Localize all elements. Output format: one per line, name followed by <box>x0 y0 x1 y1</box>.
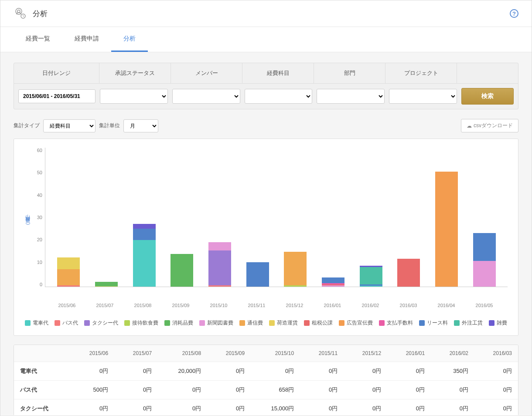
bar-stack[interactable] <box>397 259 420 287</box>
tab-expense-request[interactable]: 経費申請 <box>62 27 111 52</box>
account-select[interactable] <box>245 89 313 104</box>
table-row-label: タクシー代 <box>14 399 71 416</box>
legend-label: タクシー代 <box>92 319 118 327</box>
bar-segment <box>322 285 344 287</box>
bar-group <box>163 148 201 287</box>
y-tick: 30 <box>33 215 42 220</box>
legend-item[interactable]: 接待飲食費 <box>124 319 158 327</box>
filter-label-project: プロジェクト <box>385 63 457 83</box>
filter-label-date: 日付レンジ <box>14 63 99 83</box>
y-tick: 10 <box>33 260 42 265</box>
bar-stack[interactable] <box>133 224 156 287</box>
analysis-icon <box>14 7 27 20</box>
legend-item[interactable]: 新聞図書費 <box>199 319 233 327</box>
legend-item[interactable]: タクシー代 <box>84 319 118 327</box>
chart-panel: 経費 (千円) 6050403020100 2015/062015/072015… <box>14 139 518 336</box>
data-table: 2015/062015/072015/082015/092015/102015/… <box>14 345 518 415</box>
table-cell: 0円 <box>387 399 431 416</box>
legend-label: 租税公課 <box>312 319 333 327</box>
legend-label: 荷造運賃 <box>277 319 298 327</box>
bar-stack[interactable] <box>322 277 344 287</box>
chart-plot <box>45 148 508 287</box>
legend-item[interactable]: バス代 <box>55 319 78 327</box>
agg-type-label: 集計タイプ <box>14 122 40 129</box>
help-icon[interactable]: ? <box>510 9 518 18</box>
bar-stack[interactable] <box>284 252 307 287</box>
bar-stack[interactable] <box>171 254 193 287</box>
bar-stack[interactable] <box>57 257 80 287</box>
bar-segment <box>360 286 382 287</box>
csv-download-button[interactable]: ☁ csvダウンロード <box>461 119 518 132</box>
table-row: バス代500円0円0円0円658円0円0円0円0円0円 <box>14 381 518 399</box>
x-axis-label: 2015/12 <box>276 300 314 308</box>
bar-segment <box>246 262 269 287</box>
legend-item[interactable]: 支払手数料 <box>379 319 413 327</box>
dept-select[interactable] <box>317 89 385 104</box>
legend-item[interactable]: リース料 <box>419 319 448 327</box>
bar-stack[interactable] <box>95 282 118 287</box>
bar-group <box>50 148 88 287</box>
date-range-input[interactable] <box>18 89 95 103</box>
filter-panel: 日付レンジ 承認ステータス メンバー 経費科目 部門 プロジェクト 検索 <box>14 63 518 109</box>
search-button[interactable]: 検索 <box>461 88 514 105</box>
legend-label: 広告宣伝費 <box>347 319 373 327</box>
legend-swatch <box>489 320 494 326</box>
bar-stack[interactable] <box>208 242 231 287</box>
legend-swatch <box>55 320 60 326</box>
filter-header: 日付レンジ 承認ステータス メンバー 経費科目 部門 プロジェクト <box>14 63 518 84</box>
y-tick: 0 <box>33 282 42 287</box>
x-axis-label: 2015/07 <box>86 300 124 308</box>
bar-segment <box>473 261 496 287</box>
status-select[interactable] <box>100 89 168 104</box>
bar-stack[interactable] <box>435 172 458 287</box>
svg-point-1 <box>17 10 20 13</box>
bar-stack[interactable] <box>473 233 496 287</box>
table-header-cell: 2016/01 <box>387 345 431 362</box>
x-axis-label: 2015/11 <box>238 300 276 308</box>
bar-segment <box>95 282 118 286</box>
page-title: 分析 <box>33 9 48 19</box>
table-cell: 0円 <box>300 362 344 381</box>
table-row-label: 電車代 <box>14 362 71 381</box>
table-header-cell: 2015/09 <box>207 345 251 362</box>
legend-item[interactable]: 通信費 <box>239 319 263 327</box>
legend-item[interactable]: 雑費 <box>489 319 507 327</box>
page-header: 分析 ? <box>0 0 532 27</box>
table-header-cell: 2015/07 <box>114 345 158 362</box>
legend-item[interactable]: 広告宣伝費 <box>339 319 373 327</box>
content-area: 日付レンジ 承認ステータス メンバー 経費科目 部門 プロジェクト 検索 集計タ… <box>0 52 532 415</box>
x-axis-labels: 2015/062015/072015/082015/092015/102015/… <box>44 300 508 308</box>
table-cell: 0円 <box>207 362 251 381</box>
x-axis-label: 2015/06 <box>48 300 86 308</box>
y-tick: 60 <box>33 148 42 153</box>
legend-item[interactable]: 消耗品費 <box>164 319 193 327</box>
table-row: タクシー代0円0円0円0円15,000円0円0円0円0円0円 <box>14 399 518 416</box>
table-header-cell: 2015/12 <box>344 345 387 362</box>
table-cell: 0円 <box>344 362 387 381</box>
legend-label: 通信費 <box>247 319 263 327</box>
table-header-cell: 2015/10 <box>251 345 300 362</box>
y-tick: 20 <box>33 237 42 242</box>
project-select[interactable] <box>389 89 457 104</box>
agg-type-select[interactable]: 経費科目 <box>43 119 95 132</box>
y-tick: 40 <box>33 193 42 198</box>
table-header-cell: 2016/02 <box>431 345 474 362</box>
bar-group <box>276 148 314 287</box>
table-cell: 0円 <box>114 362 158 381</box>
tab-analysis[interactable]: 分析 <box>111 27 148 52</box>
legend-item[interactable]: 租税公課 <box>304 319 333 327</box>
table-cell: 0円 <box>474 362 518 381</box>
bar-group <box>352 148 390 287</box>
table-cell: 0円 <box>474 399 518 416</box>
agg-unit-select[interactable]: 月 <box>123 119 158 132</box>
member-select[interactable] <box>172 89 240 104</box>
table-header-cell <box>14 345 71 362</box>
legend-item[interactable]: 外注工賃 <box>454 319 483 327</box>
legend-item[interactable]: 荷造運賃 <box>269 319 298 327</box>
bar-stack[interactable] <box>360 266 382 287</box>
legend-swatch <box>239 320 245 326</box>
bar-segment <box>208 285 231 287</box>
bar-stack[interactable] <box>246 262 269 287</box>
tab-expense-list[interactable]: 経費一覧 <box>14 27 62 52</box>
legend-item[interactable]: 電車代 <box>25 319 48 327</box>
